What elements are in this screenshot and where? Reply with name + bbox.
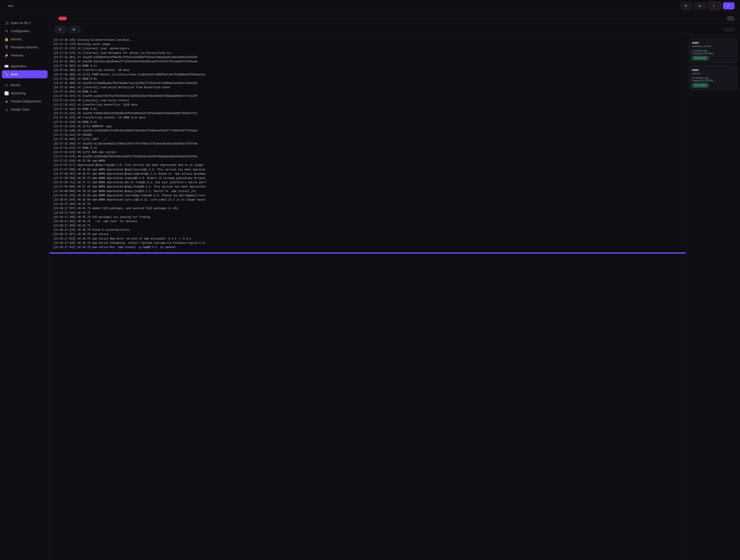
sidebar-item-build[interactable]: 🔧 Build	[2, 70, 48, 78]
load-more-button[interactable]	[723, 28, 735, 31]
sidebar-item-label: Persistent Volumes	[11, 45, 38, 49]
sidebar-item-preview-deployments[interactable]: ◈ Preview Deployments	[0, 97, 49, 105]
cancel-icon: ⊗	[73, 28, 75, 31]
config-icon: ✎	[4, 29, 9, 33]
reset-build-queue-button[interactable]	[59, 17, 67, 20]
logs-toolbar: ⊙ ⊗	[50, 24, 740, 35]
sidebar-item-features[interactable]: ⚡ Features	[0, 51, 49, 60]
logs-header-right	[724, 16, 735, 21]
logs-header-left	[55, 17, 67, 20]
build-trigger: manual	[692, 72, 734, 75]
main-content: ⊙ ⊗ [15:27:30.235] Cloning bitdoze/bitdo…	[50, 12, 740, 560]
build-branch: main	[692, 41, 734, 44]
sidebar-item-configuration[interactable]: ✎ Configuration	[0, 27, 49, 35]
volumes-icon: 🗄	[4, 45, 9, 49]
build-status-badge: SUCCESS	[692, 56, 709, 60]
follow-icon: ⊙	[59, 28, 61, 31]
revert-icon: ↩	[4, 83, 9, 87]
sidebar-item-revert[interactable]: ↩ Revert	[0, 81, 49, 89]
sidebar-item-open-on-git[interactable]: ⎇ Open on Git ↗	[0, 19, 49, 27]
preview-icon: ◈	[4, 99, 9, 103]
status-badge	[8, 5, 13, 7]
sidebar-item-label: Revert	[11, 83, 20, 87]
toolbar-left: ⊙ ⊗	[55, 26, 80, 33]
general-section-label	[0, 16, 49, 19]
force-redeploy-button[interactable]: ⊙	[695, 2, 706, 9]
topbar: ↺ ⊙ ⏸ ↗	[0, 0, 740, 12]
build-history: main webhook_commit 6 minutes agoFinishe…	[686, 35, 740, 560]
restart-icon: ↺	[684, 4, 687, 8]
application-icon: 📖	[4, 64, 9, 68]
layout: ⎇ Open on Git ↗ ✎ Configuration 🔒 Secret…	[0, 12, 740, 560]
log-bottom-bar	[50, 252, 686, 254]
secrets-icon: 🔒	[4, 37, 9, 41]
build-meta: 10 minutes agoFinished in 93.535s	[692, 77, 734, 82]
topbar-actions: ↺ ⊙ ⏸ ↗	[680, 2, 735, 9]
stop-icon: ⏸	[712, 4, 716, 8]
sidebar-item-label: Open on Git ↗	[11, 21, 31, 25]
sidebar-item-label: Features	[11, 53, 23, 57]
build-status-badge: SUCCESS	[692, 83, 709, 87]
sidebar-item-secrets[interactable]: 🔒 Secrets	[0, 35, 49, 43]
danger-icon: ⚠	[4, 107, 9, 111]
sidebar-item-label: Application	[11, 65, 26, 68]
sidebar-item-label: Secrets	[11, 37, 21, 41]
sidebar-item-application[interactable]: 📖 Application	[0, 62, 49, 70]
debug-toggle[interactable]	[727, 16, 735, 21]
sidebar-item-label: Monitoring	[11, 91, 25, 95]
build-card[interactable]: main manual 10 minutes agoFinished in 93…	[689, 65, 737, 90]
sidebar-item-danger-zone[interactable]: ⚠ Danger Zone	[0, 105, 49, 113]
log-content: [15:27:30.235] Cloning bitdoze/bitdoze.c…	[50, 35, 686, 252]
git-icon: ⎇	[4, 21, 9, 25]
content-area: [15:27:30.235] Cloning bitdoze/bitdoze.c…	[50, 35, 740, 560]
log-panel[interactable]: [15:27:30.235] Cloning bitdoze/bitdoze.c…	[50, 35, 686, 560]
build-trigger: webhook_commit	[692, 45, 734, 47]
sidebar-item-label: Preview Deployments	[11, 100, 41, 103]
follow-logs-button[interactable]: ⊙	[55, 26, 67, 33]
advanced-section-label	[0, 78, 49, 81]
logs-section-label	[0, 60, 49, 62]
cancel-build-button[interactable]: ⊗	[69, 26, 80, 33]
redeploy-icon: ⊙	[698, 4, 701, 8]
topbar-left	[5, 5, 13, 7]
monitoring-icon: 📈	[4, 91, 9, 95]
sidebar-item-label: Build	[11, 73, 18, 76]
build-icon: 🔧	[4, 72, 9, 76]
features-icon: ⚡	[4, 53, 9, 58]
sidebar-item-monitoring[interactable]: 📈 Monitoring	[0, 89, 49, 97]
sidebar-item-label: Danger Zone	[11, 108, 29, 111]
sidebar: ⎇ Open on Git ↗ ✎ Configuration 🔒 Secret…	[0, 12, 50, 560]
restart-button[interactable]: ↺	[680, 2, 692, 9]
build-card[interactable]: main webhook_commit 6 minutes agoFinishe…	[689, 38, 737, 63]
open-button[interactable]: ↗	[723, 2, 735, 9]
build-branch: main	[692, 68, 734, 72]
build-meta: 6 minutes agoFinished in 80.864s	[692, 49, 734, 55]
logs-header	[50, 12, 740, 24]
stop-button[interactable]: ⏸	[709, 2, 721, 9]
open-external-icon: ↗	[727, 4, 729, 8]
sidebar-item-label: Configuration	[11, 29, 29, 33]
sidebar-item-persistent-volumes[interactable]: 🗄 Persistent Volumes	[0, 43, 49, 51]
